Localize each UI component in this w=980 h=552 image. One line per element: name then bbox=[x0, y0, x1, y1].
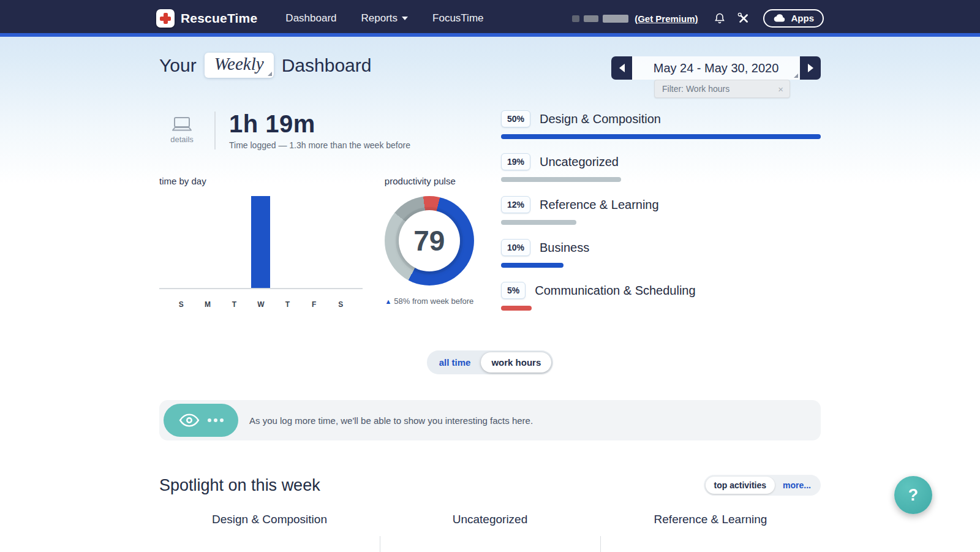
close-icon[interactable]: × bbox=[778, 85, 783, 94]
next-week-button[interactable] bbox=[800, 56, 821, 80]
laptop-icon bbox=[171, 116, 193, 132]
apps-button[interactable]: Apps bbox=[763, 9, 824, 28]
up-arrow-icon: ▲ bbox=[385, 298, 391, 305]
category-percent-badge: 10% bbox=[501, 239, 530, 256]
redacted-user-info bbox=[572, 15, 628, 23]
ellipsis-dots bbox=[205, 418, 224, 422]
spotlight-column: Uncategorized bbox=[380, 513, 600, 552]
brand-name: RescueTime bbox=[181, 11, 257, 26]
category-percent-badge: 19% bbox=[501, 153, 530, 170]
category-bar bbox=[501, 263, 564, 268]
divider bbox=[214, 112, 216, 149]
spotlight-column-label: Uncategorized bbox=[453, 513, 528, 526]
category-label: Design & Composition bbox=[540, 112, 661, 126]
nav-dashboard-label: Dashboard bbox=[285, 12, 336, 25]
time-by-day-chart: time by day S M T W bbox=[159, 176, 363, 309]
category-bar bbox=[501, 220, 576, 225]
day-bar bbox=[251, 196, 270, 288]
category-label: Communication & Scheduling bbox=[535, 284, 695, 298]
category-row: 12% Reference & Learning bbox=[501, 196, 821, 225]
help-button[interactable]: ? bbox=[894, 476, 932, 514]
productivity-pulse: productivity pulse 79 ▲58% from week bef… bbox=[385, 176, 475, 309]
spotlight-column-label: Reference & Learning bbox=[654, 513, 767, 526]
filter-chip: Filter: Work hours × bbox=[654, 80, 790, 98]
day-label: T bbox=[221, 300, 247, 309]
dashboard-header: Your Weekly Dashboard May 24 - May 30, 2… bbox=[159, 37, 821, 80]
details-link[interactable]: details bbox=[163, 116, 201, 144]
category-row: 10% Business bbox=[501, 239, 821, 268]
category-label: Uncategorized bbox=[540, 155, 619, 169]
time-by-day-title: time by day bbox=[159, 176, 363, 186]
pulse-change: ▲58% from week before bbox=[385, 297, 474, 306]
time-logged-summary: details 1h 19m Time logged — 1.3h more t… bbox=[163, 110, 475, 150]
date-navigation: May 24 - May 30, 2020 bbox=[611, 56, 821, 80]
pulse-change-text: 58% from week before bbox=[394, 297, 473, 306]
period-selector[interactable]: Weekly bbox=[205, 53, 274, 78]
date-range-display[interactable]: May 24 - May 30, 2020 bbox=[632, 56, 800, 80]
rescuetime-cross-icon bbox=[156, 9, 175, 28]
time-logged-value: 1h 19m bbox=[229, 110, 410, 138]
work-hours-tab[interactable]: work hours bbox=[481, 352, 551, 372]
category-label: Business bbox=[540, 241, 589, 255]
spotlight-column: Design & Composition bbox=[159, 513, 380, 552]
pulse-donut: 79 bbox=[385, 196, 474, 285]
chevron-left-icon bbox=[619, 64, 625, 72]
day-label: T bbox=[274, 300, 301, 309]
spotlight-title: Spotlight on this week bbox=[159, 476, 320, 495]
nav-reports-label: Reports bbox=[361, 12, 398, 25]
nav-focustime-label: FocusTime bbox=[432, 12, 483, 25]
day-label: W bbox=[247, 300, 274, 309]
category-row: 50% Design & Composition bbox=[501, 110, 821, 139]
category-bar bbox=[501, 134, 821, 139]
title-suffix: Dashboard bbox=[282, 55, 372, 76]
tools-icon[interactable] bbox=[737, 12, 750, 25]
category-percent-badge: 50% bbox=[501, 110, 530, 127]
day-labels: S M T W T F S bbox=[159, 300, 363, 309]
details-label: details bbox=[170, 135, 194, 144]
day-label: S bbox=[327, 300, 353, 309]
rescuetime-brand[interactable]: RescueTime bbox=[156, 9, 257, 28]
insight-badge bbox=[164, 404, 238, 437]
all-time-tab[interactable]: all time bbox=[429, 352, 481, 372]
category-percent-badge: 12% bbox=[501, 196, 530, 213]
pulse-title: productivity pulse bbox=[385, 176, 475, 186]
title-prefix: Your bbox=[159, 55, 197, 76]
time-logged-subtitle: Time logged — 1.3h more than the week be… bbox=[229, 140, 410, 150]
nav-focustime[interactable]: FocusTime bbox=[432, 12, 483, 25]
prev-week-button[interactable] bbox=[611, 56, 632, 80]
info-banner-text: As you log more time, we'll be able to s… bbox=[249, 415, 533, 426]
spotlight-columns: Design & Composition Uncategorized Refer… bbox=[159, 513, 821, 552]
spotlight-column: Reference & Learning bbox=[600, 513, 821, 552]
category-bar bbox=[501, 306, 532, 311]
more-tab[interactable]: more... bbox=[775, 477, 819, 494]
apps-label: Apps bbox=[791, 13, 815, 23]
day-label: M bbox=[194, 300, 221, 309]
nav-dashboard[interactable]: Dashboard bbox=[285, 12, 336, 25]
chevron-right-icon bbox=[808, 64, 813, 72]
day-label: F bbox=[301, 300, 327, 309]
eye-icon bbox=[179, 414, 200, 427]
category-row: 5% Communication & Scheduling bbox=[501, 282, 821, 311]
pulse-score: 79 bbox=[399, 210, 460, 271]
nav-reports[interactable]: Reports bbox=[361, 12, 409, 25]
cloud-icon bbox=[773, 13, 786, 23]
spotlight-toggle: top activities more... bbox=[704, 475, 821, 496]
navbar: RescueTime Dashboard Reports FocusTime (… bbox=[0, 0, 980, 37]
category-row: 19% Uncategorized bbox=[501, 153, 821, 182]
filter-chip-label: Filter: Work hours bbox=[662, 84, 729, 94]
chevron-down-icon bbox=[402, 17, 408, 20]
day-label: S bbox=[168, 300, 194, 309]
category-bar bbox=[501, 177, 621, 182]
top-activities-tab[interactable]: top activities bbox=[706, 477, 775, 494]
info-banner: As you log more time, we'll be able to s… bbox=[159, 400, 821, 440]
bell-icon[interactable] bbox=[714, 12, 726, 25]
get-premium-link[interactable]: (Get Premium) bbox=[635, 13, 698, 24]
page-title: Your Weekly Dashboard bbox=[159, 53, 371, 78]
scope-toggle: all time work hours bbox=[427, 350, 554, 374]
category-percent-badge: 5% bbox=[501, 282, 526, 299]
spotlight-column-label: Design & Composition bbox=[212, 513, 327, 526]
category-label: Reference & Learning bbox=[540, 198, 659, 212]
category-breakdown: 50% Design & Composition 19% Uncategoriz… bbox=[501, 110, 821, 325]
time-by-day-bars bbox=[159, 196, 363, 289]
